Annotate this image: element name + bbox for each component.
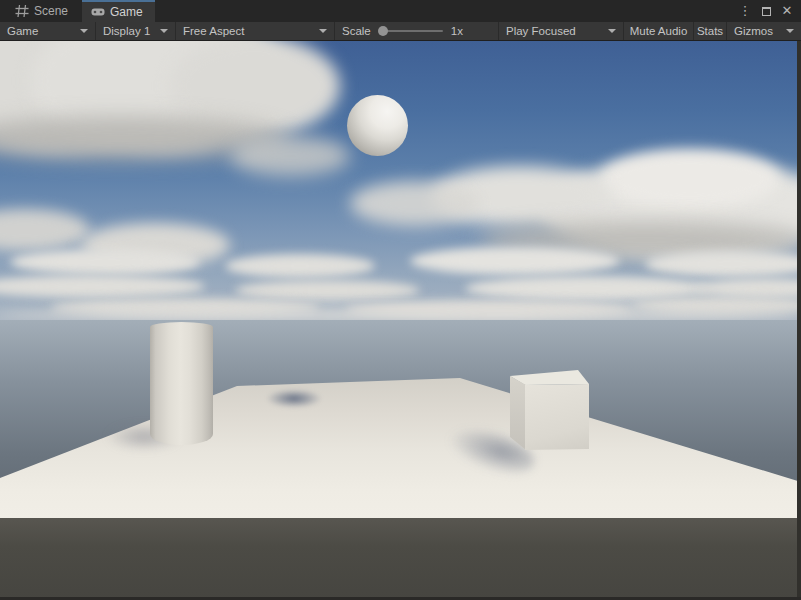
unity-game-window: Scene Game ⋮ ✕ Game Display 1 Free As bbox=[0, 0, 801, 600]
viewport-right-edge bbox=[797, 41, 801, 600]
display-menu[interactable]: Display 1 bbox=[96, 22, 176, 40]
aspect-ratio-label: Free Aspect bbox=[183, 25, 244, 37]
play-focused-menu[interactable]: Play Focused bbox=[499, 22, 624, 40]
scale-slider[interactable] bbox=[379, 30, 443, 32]
tabbar-spacer bbox=[155, 0, 739, 22]
tab-game[interactable]: Game bbox=[82, 0, 155, 22]
game-view-menu[interactable]: Game bbox=[0, 22, 96, 40]
aspect-ratio-menu[interactable]: Free Aspect bbox=[176, 22, 335, 40]
chevron-down-icon bbox=[608, 29, 616, 33]
grid-icon bbox=[15, 5, 29, 17]
cloud bbox=[230, 136, 350, 176]
cloud bbox=[350, 181, 480, 226]
scale-control: Scale 1x bbox=[335, 22, 499, 40]
tab-scene[interactable]: Scene bbox=[6, 0, 80, 22]
cube-front-face bbox=[525, 384, 589, 450]
scale-value: 1x bbox=[451, 25, 463, 37]
cloud bbox=[225, 254, 375, 278]
cube-left-face bbox=[510, 376, 526, 450]
foreground-ground bbox=[0, 518, 801, 600]
display-menu-label: Display 1 bbox=[103, 25, 150, 37]
mute-audio-label: Mute Audio bbox=[630, 25, 688, 37]
gizmos-label: Gizmos bbox=[734, 25, 773, 37]
chevron-down-icon bbox=[786, 29, 794, 33]
gamepad-icon bbox=[91, 6, 105, 18]
close-icon[interactable]: ✕ bbox=[781, 3, 793, 19]
maximize-icon[interactable] bbox=[760, 3, 772, 19]
scale-slider-knob[interactable] bbox=[378, 26, 388, 36]
window-controls: ⋮ ✕ bbox=[739, 0, 801, 22]
stats-label: Stats bbox=[697, 25, 723, 37]
tab-game-label: Game bbox=[110, 5, 143, 19]
chevron-down-icon bbox=[80, 29, 88, 33]
chevron-down-icon bbox=[319, 29, 327, 33]
stats-button[interactable]: Stats bbox=[694, 22, 727, 40]
game-view-toolbar: Game Display 1 Free Aspect Scale 1x Play… bbox=[0, 22, 801, 41]
gizmos-menu[interactable]: Gizmos bbox=[727, 22, 801, 40]
more-options-icon[interactable]: ⋮ bbox=[739, 3, 751, 19]
play-focused-label: Play Focused bbox=[506, 25, 576, 37]
scale-label: Scale bbox=[342, 25, 371, 37]
game-viewport[interactable] bbox=[0, 41, 801, 600]
cloud bbox=[235, 280, 420, 301]
tab-bar: Scene Game ⋮ ✕ bbox=[0, 0, 801, 22]
sphere-shadow bbox=[266, 389, 322, 408]
cloud bbox=[410, 247, 620, 275]
chevron-down-icon bbox=[160, 29, 168, 33]
sphere bbox=[347, 95, 408, 156]
game-view-menu-label: Game bbox=[7, 25, 38, 37]
maximize-box bbox=[762, 7, 771, 16]
mute-audio-button[interactable]: Mute Audio bbox=[624, 22, 694, 40]
cloud bbox=[600, 149, 780, 209]
cylinder bbox=[150, 322, 213, 445]
tab-scene-label: Scene bbox=[34, 4, 68, 18]
cloud bbox=[10, 249, 200, 275]
